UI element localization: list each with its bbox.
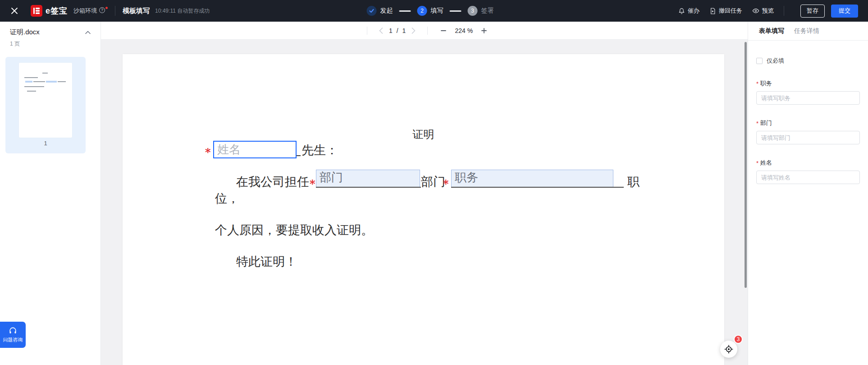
toolbar-divider [427, 27, 428, 35]
form-panel: 表单填写 任务详情 仅必填 * 职务 * [748, 22, 868, 365]
step-label: 签署 [481, 7, 494, 15]
zoom-in-button[interactable] [481, 28, 487, 34]
preview-button[interactable]: 预览 [752, 7, 774, 15]
notification-dot [105, 7, 108, 9]
step-connector [450, 10, 461, 12]
step-done-check-icon [367, 6, 377, 16]
prev-page-button[interactable] [379, 28, 383, 34]
page-thumbnail[interactable]: 1 [5, 57, 86, 153]
underline-segment [451, 170, 624, 188]
workflow-steps: 发起 2 填写 3 签署 [367, 0, 494, 22]
thumbnail-page-number: 1 [44, 140, 47, 147]
doc-text-dept-suffix: 部门 [421, 174, 445, 189]
chevron-left-icon [379, 28, 383, 34]
bell-icon [678, 8, 685, 14]
minus-icon [440, 28, 447, 34]
field-label-row: * 姓名 [756, 159, 860, 167]
field-label: 部门 [760, 119, 772, 127]
field-label-row: * 部门 [756, 119, 860, 127]
step-fill: 2 填写 [417, 6, 443, 16]
vertical-scrollbar[interactable] [745, 42, 747, 288]
step-label: 发起 [380, 7, 393, 15]
save-draft-button[interactable]: 暂存 [800, 5, 825, 18]
required-only-checkbox[interactable] [756, 58, 763, 64]
tab-task-details[interactable]: 任务详情 [794, 27, 819, 35]
doc-text-line4: 个人原因，要提取收入证明。 [215, 222, 373, 238]
page-title: 模板填写 [123, 7, 150, 15]
question-consult-button[interactable]: 问题咨询 [0, 322, 26, 348]
doc-text-line2-suffix: 职 [627, 174, 640, 189]
field-label: 职务 [760, 79, 772, 88]
page-count: 1 页 [0, 37, 101, 48]
doc-text-line3: 位， [215, 191, 239, 206]
document-name: 证明.docx [10, 28, 40, 37]
locate-target-icon [724, 344, 734, 354]
total-pages: 1 [402, 27, 406, 34]
document-row: 证明.docx [0, 22, 101, 37]
document-list-sidebar: 证明.docx 1 页 1 [0, 22, 101, 365]
close-icon[interactable] [10, 6, 19, 15]
topbar-divider [115, 6, 115, 16]
name-field-placeholder: 姓名 [214, 142, 241, 157]
environment-tag: 沙箱环境 ? [73, 7, 108, 15]
underline-segment [297, 146, 301, 156]
required-mark: * [443, 179, 449, 189]
step-connector [399, 10, 411, 12]
headset-icon [9, 327, 17, 335]
document-canvas: 证明 * 姓名 先生： 在我公司担任 * 部门 部门 * [101, 40, 748, 365]
document-title: 证明 [123, 127, 724, 142]
position-input[interactable] [756, 91, 860, 105]
chevron-right-icon [411, 28, 416, 34]
esign-logo-icon [31, 5, 42, 17]
document-viewer: 1 / 1 224 % 证明 * [101, 22, 748, 365]
esign-logo: e签宝 [31, 5, 68, 17]
help-icon[interactable]: ? [99, 7, 105, 13]
field-group-name: * 姓名 [756, 159, 860, 184]
withdraw-doc-icon [709, 8, 716, 14]
required-mark: * [756, 120, 758, 127]
topbar-left: e签宝 沙箱环境 ? 模板填写 10:49:11 自动暂存成功 [0, 5, 210, 17]
withdraw-task-button[interactable]: 撤回任务 [709, 7, 742, 15]
viewer-toolbar: 1 / 1 224 % [101, 22, 748, 40]
esign-app: e签宝 沙箱环境 ? 模板填写 10:49:11 自动暂存成功 发起 2 填写 [0, 0, 868, 365]
panel-tabs: 表单填写 任务详情 [748, 22, 868, 41]
page-separator: / [397, 27, 398, 34]
logo-text: e签宝 [46, 5, 68, 16]
field-group-position: * 职务 [756, 79, 860, 105]
eye-icon [752, 7, 759, 14]
toolbar-divider [367, 27, 367, 35]
locate-fields-button[interactable] [720, 341, 737, 358]
plus-icon [481, 28, 487, 34]
step-initiate: 发起 [367, 6, 393, 16]
underline-segment [316, 170, 421, 188]
required-only-row: 仅必填 [756, 57, 860, 65]
consult-label: 问题咨询 [3, 337, 23, 343]
name-field-widget[interactable]: 姓名 [213, 141, 297, 158]
zoom-out-button[interactable] [440, 28, 447, 34]
submit-button[interactable]: 提交 [831, 5, 858, 18]
topbar-actions: 催办 撤回任务 预览 暂存 提交 [668, 5, 868, 18]
environment-label: 沙箱环境 [73, 7, 97, 15]
urge-button[interactable]: 催办 [678, 7, 699, 15]
tab-form-fill[interactable]: 表单填写 [759, 27, 784, 35]
chevron-up-icon[interactable] [85, 31, 91, 34]
panel-body: 仅必填 * 职务 * 部门 [748, 41, 868, 184]
step-label: 填写 [431, 7, 443, 15]
current-page: 1 [389, 27, 393, 34]
thumbnail-page-preview [19, 63, 72, 138]
topbar: e签宝 沙箱环境 ? 模板填写 10:49:11 自动暂存成功 发起 2 填写 [0, 0, 868, 22]
doc-text-line5: 特此证明！ [236, 254, 297, 269]
autosave-status: 10:49:11 自动暂存成功 [155, 7, 210, 15]
field-label-row: * 职务 [756, 79, 860, 88]
document-page: 证明 * 姓名 先生： 在我公司担任 * 部门 部门 * [123, 54, 724, 365]
required-mark: * [756, 80, 758, 87]
preview-label: 预览 [762, 7, 774, 15]
next-page-button[interactable] [411, 28, 416, 34]
department-input[interactable] [756, 131, 860, 144]
doc-text-line2-prefix: 在我公司担任 [236, 174, 309, 189]
required-mark: * [756, 160, 758, 166]
urge-label: 催办 [688, 7, 699, 15]
name-input[interactable] [756, 171, 860, 184]
step-sign: 3 签署 [468, 6, 494, 16]
doc-text-mister: 先生： [302, 143, 338, 158]
